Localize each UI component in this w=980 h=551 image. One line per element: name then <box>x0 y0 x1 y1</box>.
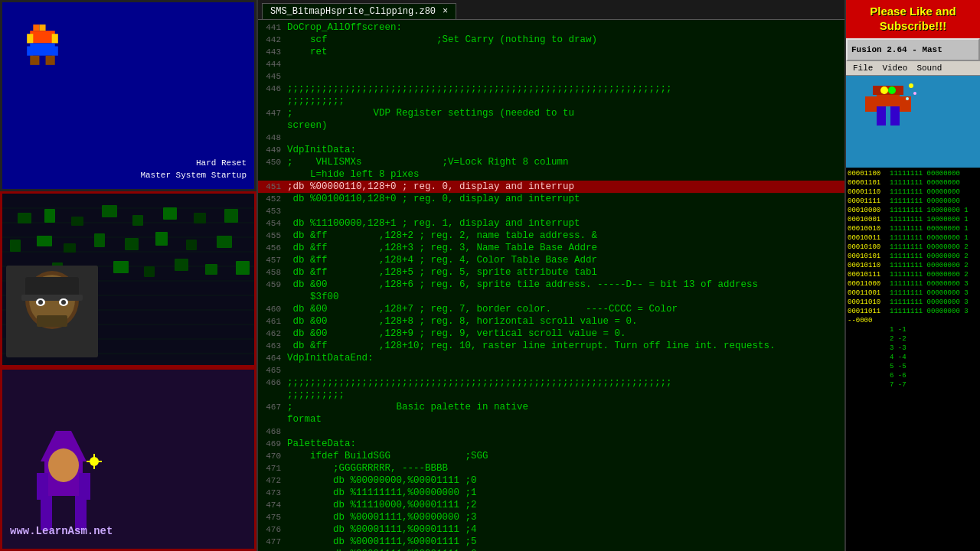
svg-rect-29 <box>194 213 206 223</box>
memory-data-panel: 0000110011111111 00000000000011011111111… <box>846 168 980 551</box>
data-row: 0001011111111111 00000000 2 <box>848 270 978 279</box>
menu-video[interactable]: Video <box>877 63 912 73</box>
svg-rect-68 <box>846 76 980 168</box>
code-line: 465 <box>258 364 844 377</box>
line-content: db %00100110,128+0 ; reg. 0, display and… <box>287 194 844 204</box>
code-line: 453 <box>258 205 844 217</box>
code-line: 459 db &00 ,128+6 ; reg. 6, sprite tile … <box>258 279 844 291</box>
svg-point-75 <box>880 86 888 94</box>
data-values: 1 -1 <box>890 325 978 334</box>
tab-bar: SMS_BitmapHsprite_Clipping.z80 × <box>258 0 844 20</box>
active-tab[interactable]: SMS_BitmapHsprite_Clipping.z80 × <box>262 3 456 19</box>
svg-rect-46 <box>236 261 250 275</box>
line-number: 444 <box>258 60 287 69</box>
svg-rect-25 <box>71 217 83 226</box>
svg-rect-31 <box>10 240 21 252</box>
data-address <box>848 362 890 371</box>
line-number: 467 <box>258 403 287 412</box>
line-content: db %00001111,%00001111 ;4 <box>287 524 844 535</box>
code-line: 443 ret <box>258 46 844 58</box>
data-values: 11111111 00000000 <box>890 178 978 187</box>
code-line: 475 db %00001111,%00000000 ;3 <box>258 511 844 523</box>
data-row: 2 -2 <box>848 334 978 344</box>
menu-sound[interactable]: Sound <box>912 63 946 73</box>
grid-background <box>2 194 254 365</box>
data-address: 00010011 <box>848 233 890 243</box>
svg-point-54 <box>38 300 43 305</box>
line-number: 457 <box>258 256 287 265</box>
line-content: VdpInitDataEnd: <box>287 353 844 364</box>
code-line: 458 db &ff ,128+5 ; reg. 5, sprite attri… <box>258 266 844 279</box>
code-line: 473 db %11111111,%00000000 ;1 <box>258 487 844 499</box>
banner-text: Please Like and Subscribe!!! <box>870 5 956 32</box>
code-line: ;;;;;;;;;; <box>258 95 844 107</box>
game-sprite-top <box>18 21 67 71</box>
line-number: 462 <box>258 329 287 338</box>
data-row: 0000110011111111 00000000 <box>848 169 978 178</box>
data-values: 11111111 00000000 2 <box>890 243 978 252</box>
data-values: 11111111 00000000 1 <box>890 224 978 233</box>
data-values: 11111111 00000000 1 <box>890 233 978 243</box>
data-values: 11111111 00000000 <box>890 169 978 178</box>
watermark-text: www.LearnAsm.net <box>10 525 113 537</box>
data-address <box>848 334 890 344</box>
code-line: 451;db %00000110,128+0 ; reg. 0, display… <box>258 181 844 193</box>
data-address: 00010101 <box>848 252 890 261</box>
svg-rect-27 <box>132 215 143 226</box>
line-content: db %11110000,%00001111 ;2 <box>287 500 844 510</box>
line-content: ret <box>287 47 844 57</box>
data-address <box>848 380 890 390</box>
svg-point-79 <box>906 97 909 100</box>
data-address: 00010000 <box>848 206 890 215</box>
code-line: 476 db %00001111,%00001111 ;4 <box>258 523 844 536</box>
svg-rect-57 <box>2 370 256 551</box>
code-line: 457 db &ff ,128+4 ; reg. 4, Color Table … <box>258 254 844 266</box>
line-number: 453 <box>258 207 287 216</box>
code-line: 471 ;GGGGRRRRR, ----BBBB <box>258 462 844 474</box>
svg-rect-1 <box>33 24 39 31</box>
line-number: 475 <box>258 513 287 522</box>
svg-point-55 <box>61 300 66 305</box>
data-address: 00010111 <box>848 270 890 279</box>
svg-rect-9 <box>30 56 39 65</box>
line-content: db &00 ,128+6 ; reg. 6, sprite tile addr… <box>287 279 844 290</box>
code-line: 448 <box>258 132 844 144</box>
line-number: 471 <box>258 464 287 473</box>
code-line: screen) <box>258 119 844 132</box>
data-address: 00011010 <box>848 298 890 307</box>
svg-rect-45 <box>205 264 217 275</box>
line-content: db &00 ,128+8 ; reg. 8, horizontal scrol… <box>287 316 844 327</box>
line-number: 446 <box>258 84 287 93</box>
line-content: DoCrop_AllOffscreen: <box>287 22 844 33</box>
data-row: 0001101111111111 00000000 3 <box>848 307 978 316</box>
data-row: 6 -6 <box>848 371 978 380</box>
data-row: 0001100011111111 00000000 3 <box>848 279 978 289</box>
line-number: 461 <box>258 317 287 326</box>
svg-rect-72 <box>900 96 911 112</box>
line-content: db &ff ,128+5 ; reg. 5, sprite attribute… <box>287 267 844 278</box>
code-line: 445 <box>258 70 844 83</box>
line-content: PaletteData: <box>287 439 844 449</box>
line-number: 450 <box>258 158 287 167</box>
line-number: 465 <box>258 366 287 375</box>
line-number: 460 <box>258 305 287 314</box>
line-content: ifdef BuildSGG ;SGG <box>287 451 844 461</box>
code-line: $3f00 <box>258 291 844 303</box>
line-content: db %11111111,%00000000 ;1 <box>287 487 844 498</box>
data-address: 00011000 <box>848 279 890 289</box>
code-line: 446;;;;;;;;;;;;;;;;;;;;;;;;;;;;;;;;;;;;;… <box>258 83 844 95</box>
data-address <box>848 371 890 380</box>
data-values: 11111111 00000000 3 <box>890 307 978 316</box>
data-row: 0001101011111111 00000000 3 <box>848 298 978 307</box>
line-number: 449 <box>258 145 287 155</box>
code-line: 452 db %00100110,128+0 ; reg. 0, display… <box>258 193 844 205</box>
code-line: 463 db &ff ,128+10; reg. 10, raster line… <box>258 340 844 352</box>
code-line: L=hide left 8 pixes <box>258 168 844 181</box>
tab-close[interactable]: × <box>443 6 448 17</box>
svg-point-77 <box>909 83 913 88</box>
data-row: 0001000011111111 10000000 1 <box>848 206 978 215</box>
svg-rect-26 <box>102 205 117 217</box>
menu-file[interactable]: File <box>848 63 877 73</box>
code-line: ;;;;;;;;;; <box>258 389 844 401</box>
svg-rect-37 <box>186 240 197 250</box>
